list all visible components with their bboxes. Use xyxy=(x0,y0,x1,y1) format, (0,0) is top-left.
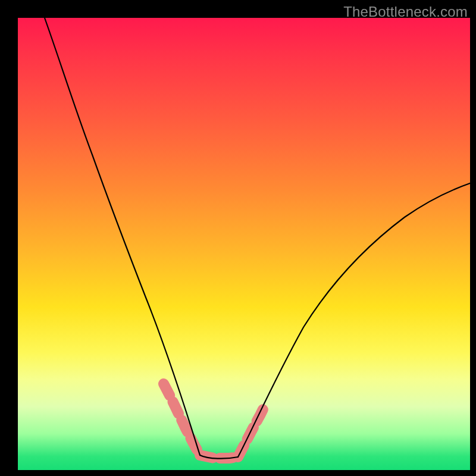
chart-frame: TheBottleneck.com xyxy=(0,0,476,476)
highlight-left-segment xyxy=(164,384,200,455)
curve-svg xyxy=(18,18,470,470)
plot-area xyxy=(18,18,470,470)
curve-left xyxy=(45,18,200,455)
curve-right xyxy=(238,183,470,457)
